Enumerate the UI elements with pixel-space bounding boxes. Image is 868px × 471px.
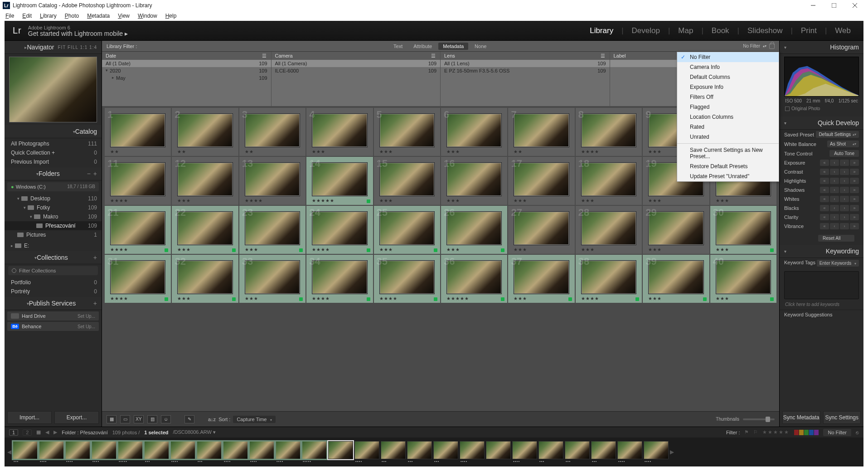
thumbnail-cell[interactable]: 1★★ [105,108,171,156]
filmstrip-thumb[interactable]: •••• [512,441,537,463]
catalog-header[interactable]: ▾ Catalog [5,125,102,138]
people-view-icon[interactable]: ☺ [161,415,171,423]
menu-edit[interactable]: Edit [19,12,35,20]
filmstrip-thumb[interactable]: ••• [197,441,222,463]
column-menu-icon[interactable]: ☰ [431,53,436,58]
ctx-item[interactable]: Unrated [677,132,779,142]
sync-settings-button[interactable]: Sync Settings [823,411,861,424]
catalog-row[interactable]: Previous Import0 [5,157,102,166]
filmstrip-thumb[interactable]: ••• [144,441,169,463]
catalog-row[interactable]: All Photographs111 [5,139,102,148]
qdev-stepper[interactable]: «‹›» [820,205,859,211]
nav-back-icon[interactable]: ◀ [45,429,49,435]
folders-plus-icon[interactable]: + [93,170,97,177]
filmstrip-thumb[interactable]: ••• [381,441,406,463]
thumbnail-cell[interactable]: 11★★★★ [105,157,171,205]
loupe-view-icon[interactable]: ▭ [120,415,130,423]
thumbnail-cell[interactable]: 29★★★ [643,206,709,254]
filmstrip-thumb[interactable]: •••• [92,441,116,463]
ctx-item[interactable]: Default Columns [677,72,779,82]
column-menu-icon[interactable]: ☰ [262,53,267,58]
meta-row[interactable]: E PZ 16-50mm F3.5-5.6 OSS109 [441,67,610,74]
status-filter-dropdown[interactable]: No Filter [823,429,851,436]
ctx-item[interactable]: Update Preset "Unrated" [677,171,779,181]
qdev-stepper[interactable]: «‹›» [820,196,859,202]
nav-fwd-icon[interactable]: ▶ [53,429,57,435]
meta-column-header[interactable]: Date☰ [102,52,271,60]
ctx-item[interactable]: Exposure Info [677,82,779,92]
catalog-row[interactable]: Quick Collection +0 [5,148,102,157]
filmstrip[interactable]: ◀•••••••••••••••••••••••••••••••••••••••… [5,437,863,466]
collection-row[interactable]: Portréty0 [5,287,102,296]
thumbnail-cell[interactable]: 6★★★ [441,108,507,156]
collection-row[interactable]: Portfolio0 [5,278,102,287]
meta-row[interactable]: ▾2020109 [102,67,271,74]
minimize-button[interactable] [803,0,824,11]
menu-file[interactable]: File [2,12,18,20]
qdev-dropdown[interactable]: As Shot▴▾ [827,141,859,147]
keywording-header[interactable]: Keywording ▾ [780,245,863,258]
grid-view-icon[interactable]: ▦ [107,415,116,423]
filmstrip-thumb[interactable]: •••• [65,441,90,463]
thumbnail-cell[interactable]: 24★★★★ [306,206,373,254]
menu-window[interactable]: Window [134,12,161,20]
folder-row[interactable]: ▾Fotky109 [5,203,102,212]
current-file[interactable]: /DSC08006.ARW ▾ [173,429,216,435]
thumbnail-cell[interactable]: 8★★★★ [576,108,642,156]
filter-tab-attribute[interactable]: Attribute [409,43,436,50]
module-develop[interactable]: Develop [627,25,664,36]
filter-preset-dropdown[interactable]: No Filter [743,44,760,49]
navigator-modes[interactable]: FIT FILL 1:1 1:4 [58,45,97,50]
filter-tab-none[interactable]: None [470,43,491,50]
close-button[interactable] [844,0,865,11]
meta-row[interactable]: All (1 Camera)109 [272,60,441,67]
reset-all-button[interactable]: Reset All [818,235,854,242]
lr-tagline[interactable]: Adobe Lightroom 6 Get started with Light… [28,25,128,37]
filmstrip-thumb[interactable]: ••••• [302,441,327,463]
thumbnail-cell[interactable]: 34★★★★ [306,255,373,303]
filmstrip-prev-icon[interactable]: ◀ [7,449,11,455]
ctx-item[interactable]: Flagged [677,102,779,112]
thumbnail-cell[interactable]: 21★★★★ [105,206,171,254]
sort-dropdown[interactable]: Capture Time ▾ [233,416,275,423]
filmstrip-thumb[interactable]: •••• [644,441,669,463]
publish-header[interactable]: ▾ Publish Services + [5,297,102,310]
thumbnail-cell[interactable]: 14★★★★★ [306,157,373,205]
ctx-item[interactable]: Restore Default Presets [677,161,779,171]
qdev-stepper[interactable]: «‹›» [820,214,859,220]
flag-filter-icon2[interactable]: ⚐ [753,429,758,435]
ctx-item[interactable]: Save Current Settings as New Preset... [677,145,779,161]
sync-metadata-button[interactable]: Sync Metadata [782,411,820,424]
filmstrip-next-icon[interactable]: ▶ [670,449,674,455]
qdev-stepper[interactable]: «‹›» [820,178,859,184]
folder-row[interactable]: Přesazování109 [5,221,102,230]
collections-plus-icon[interactable]: + [93,254,97,261]
filmstrip-thumb[interactable]: •••• [460,441,485,463]
thumbnail-cell[interactable]: 2★★ [172,108,238,156]
thumbnail-cell[interactable]: 35★★★★ [374,255,440,303]
filmstrip-thumb[interactable]: ••• [407,441,432,463]
import-button[interactable]: Import... [7,411,52,424]
page-1[interactable]: 1 [9,429,18,436]
navigator-header[interactable]: ▸ Navigator FIT FILL 1:1 1:4 [5,41,102,54]
filmstrip-thumb[interactable]: •••• [249,441,274,463]
module-library[interactable]: Library [585,25,618,36]
thumbnail-cell[interactable]: 38★★★★ [576,255,642,303]
thumbnail-cell[interactable]: 39★★★ [643,255,709,303]
meta-column-header[interactable]: Lens☰ [441,52,610,60]
module-web[interactable]: Web [830,25,855,36]
thumbnail-cell[interactable]: 3★★ [239,108,305,156]
thumbnail-cell[interactable]: 36★★★★★ [441,255,507,303]
qdev-stepper[interactable]: «‹›» [820,169,859,175]
survey-view-icon[interactable]: ▥ [147,415,157,423]
menu-view[interactable]: View [114,12,133,20]
qdev-stepper[interactable]: «‹›» [820,187,859,193]
folder-row[interactable]: Pictures1 [5,230,102,239]
filmstrip-thumb[interactable]: •••• [170,441,195,463]
thumbnail-cell[interactable]: 25★★★ [374,206,440,254]
menu-library[interactable]: Library [36,12,60,20]
filmstrip-thumb[interactable]: •••• [223,441,248,463]
module-book[interactable]: Book [707,25,734,36]
keyword-tags-dropdown[interactable]: Enter Keywords ▾ [817,260,859,267]
meta-row[interactable]: ▸May109 [102,74,271,82]
